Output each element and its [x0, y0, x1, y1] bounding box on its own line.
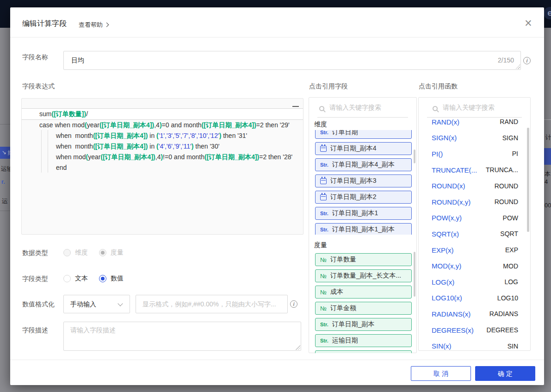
dimension-field-chip[interactable]: 订单日期_副本4 [315, 142, 412, 155]
radio-label: 维度 [75, 249, 88, 257]
search-underline [317, 117, 408, 118]
field-chip-label: 运输日期 [332, 336, 358, 345]
resize-grip-icon[interactable] [296, 345, 300, 350]
radio-数值[interactable] [99, 275, 106, 282]
string-type-icon: Str. [320, 227, 328, 232]
function-name: POW [503, 214, 518, 222]
code-line: case when mod(year([订单日期_副本4]),4)=0 and … [22, 120, 303, 131]
measure-field-chip[interactable]: №订单数量_副本_长文本... [315, 269, 412, 282]
field-chip-label: 订单日期 [332, 130, 358, 137]
field-chip-label: 订单日期_副本4_副本 [332, 161, 395, 169]
radio-文本[interactable] [63, 275, 71, 282]
measure-list: №订单数量№订单数量_副本_长文本...№成本№订单金额Str.订单日期_副本S… [309, 250, 416, 353]
number-type-icon: № [320, 305, 327, 312]
view-help-link[interactable]: 查看帮助 [79, 21, 108, 29]
functions-scrollbar[interactable] [527, 128, 529, 232]
function-signature: ROUND(x) [432, 182, 465, 190]
string-type-icon: Str. [320, 162, 328, 168]
field-name-input[interactable] [64, 51, 520, 69]
code-line: when mod(year([订单日期_副本4]),4)!=0 and mont… [22, 152, 303, 162]
number-type-icon: № [320, 273, 327, 280]
function-row[interactable]: ROUND(x)ROUND [419, 178, 530, 194]
functions-reference-panel: 请输入关键字搜索 RAND(x)RANDSIGN(x)SIGNPI()PITRU… [418, 97, 531, 351]
function-row[interactable]: SIN(x)SIN [419, 338, 530, 350]
function-row[interactable]: SIGN(x)SIGN [419, 130, 530, 146]
measure-field-chip[interactable]: № [315, 350, 412, 353]
measure-scrollbar[interactable] [414, 252, 415, 297]
function-row[interactable]: POW(x,y)POW [419, 210, 530, 226]
format-input[interactable] [136, 295, 287, 313]
measure-field-chip[interactable]: №订单数量 [315, 253, 412, 266]
function-name: LOG10 [497, 294, 518, 302]
cancel-button[interactable]: 取 消 [411, 366, 471, 381]
resize-grip-icon[interactable] [515, 64, 520, 69]
function-name: ROUND [495, 182, 518, 190]
function-name: SQRT [500, 230, 518, 237]
function-signature: PI() [432, 150, 443, 158]
radio-label: 数值 [111, 274, 124, 283]
code-line: sum([订单数量])/ [22, 108, 303, 120]
function-row[interactable]: EXP(x)EXP [419, 242, 530, 258]
fields-reference-panel: 请输入关键字搜索 维度 Str.订单日期订单日期_副本4Str.订单日期_副本4… [309, 97, 417, 353]
function-row[interactable]: RAND(x)RAND [419, 114, 530, 130]
dimension-field-chip[interactable]: Str.订单日期_副本4_副本 [315, 158, 412, 171]
measure-field-chip[interactable]: Str.运输日期 [315, 334, 412, 347]
dimension-field-chip[interactable]: Str.订单日期 [315, 130, 412, 139]
close-icon[interactable]: × [522, 16, 535, 31]
function-row[interactable]: RADIANS(x)RADIANS [419, 306, 530, 322]
description-textarea[interactable] [64, 322, 301, 350]
function-signature: RADIANS(x) [432, 310, 471, 318]
field-chip-label: 订单日期_副本2 [330, 193, 377, 201]
field-name-label: 字段名称 [22, 53, 48, 62]
ok-button[interactable]: 确 定 [475, 366, 535, 381]
expression-label: 字段表达式 [22, 82, 55, 91]
backdrop-text: 本4 [545, 170, 551, 185]
functions-search-input[interactable]: 请输入关键字搜索 [443, 104, 495, 112]
function-signature: DEGREES(x) [432, 326, 474, 334]
function-signature: SIN(x) [432, 342, 452, 350]
format-input-wrap [136, 295, 288, 313]
field-chip-label: 订单数量_副本_长文本... [330, 272, 401, 280]
backdrop-arrow-icon: ↘ [2, 149, 6, 156]
radio-维度 [63, 249, 71, 256]
function-name: MOD [503, 262, 518, 270]
dimension-field-chip[interactable]: 订单日期_副本2 [315, 191, 412, 204]
dimension-scrollbar[interactable] [414, 149, 415, 163]
char-counter: 2/150 [498, 56, 514, 64]
function-row[interactable]: ROUND(x,y)ROUND [419, 194, 530, 210]
function-signature: SIGN(x) [432, 134, 457, 142]
function-signature: MOD(x,y) [432, 262, 461, 270]
measures-section-label: 度量 [314, 241, 327, 249]
function-name: LOG [504, 278, 518, 286]
function-row[interactable]: LOG10(x)LOG10 [419, 290, 530, 306]
function-signature: TRUNCATE(... [432, 166, 477, 174]
function-name: SIN [508, 342, 518, 350]
function-row[interactable]: TRUNCATE(...TRUNCA... [419, 162, 530, 178]
measure-field-chip[interactable]: №成本 [315, 286, 412, 299]
field-chip-label: 订单金额 [330, 304, 356, 312]
backdrop-selected-row: ↘ 纟 [0, 147, 10, 159]
function-name: RADIANS [489, 310, 518, 317]
field-chip-label: 订单日期_副本1_副本 [332, 225, 395, 234]
string-type-icon: Str. [320, 322, 328, 327]
dimension-field-chip[interactable]: Str.订单日期_副本1_副本 [315, 223, 412, 235]
function-row[interactable]: LOG(x)LOG [419, 274, 530, 290]
dimension-field-chip[interactable]: Str.订单日期_副本1 [315, 207, 412, 220]
dimensions-section-label: 维度 [314, 120, 327, 129]
field-type-label: 字段类型 [22, 275, 48, 283]
chevron-right-icon [105, 23, 109, 27]
function-row[interactable]: SQRT(x)SQRT [419, 226, 530, 242]
measure-field-chip[interactable]: №订单金额 [315, 302, 412, 315]
number-type-icon: № [320, 289, 327, 296]
radio-度量 [99, 249, 106, 256]
function-row[interactable]: PI()PI [419, 146, 530, 162]
format-select[interactable]: 手动输入 [63, 295, 130, 313]
collapse-icon[interactable] [292, 106, 299, 107]
expression-editor[interactable]: sum([订单数量])/case when mod(year([订单日期_副本4… [21, 98, 303, 235]
function-signature: POW(x,y) [432, 214, 462, 222]
function-row[interactable]: MOD(x,y)MOD [419, 258, 530, 274]
dimension-field-chip[interactable]: 订单日期_副本3 [315, 174, 412, 187]
function-row[interactable]: DEGREES(x)DEGREES [419, 322, 530, 338]
fields-search-input[interactable]: 请输入关键字搜索 [329, 104, 381, 112]
measure-field-chip[interactable]: Str.订单日期_副本 [315, 318, 412, 331]
